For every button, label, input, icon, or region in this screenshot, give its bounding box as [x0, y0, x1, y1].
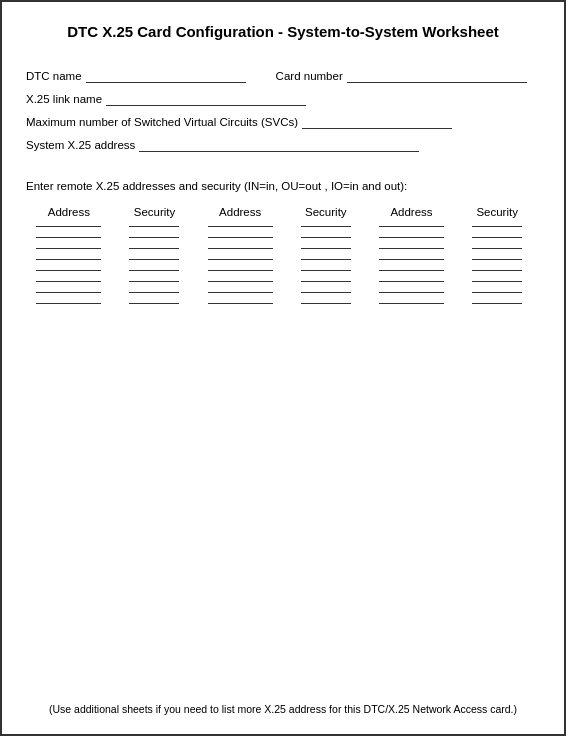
cell	[283, 301, 369, 306]
cell	[26, 301, 112, 306]
cell	[369, 279, 455, 284]
cell	[369, 290, 455, 295]
cell	[369, 257, 455, 262]
cell	[197, 279, 283, 284]
cell	[197, 257, 283, 262]
cell	[283, 290, 369, 295]
form-section: DTC name Card number X.25 link name Maxi…	[26, 70, 540, 162]
cell	[454, 268, 540, 273]
card-number-input[interactable]	[347, 70, 527, 83]
table-body	[26, 224, 540, 312]
cell	[283, 235, 369, 240]
cell	[283, 224, 369, 229]
system-x25-label: System X.25 address	[26, 139, 135, 151]
table-row	[26, 279, 540, 284]
cell	[454, 246, 540, 251]
max-svc-input[interactable]	[302, 116, 452, 129]
cell	[26, 257, 112, 262]
cell	[454, 224, 540, 229]
col-header-security-1: Security	[112, 206, 198, 224]
cell	[369, 235, 455, 240]
cell	[197, 235, 283, 240]
cell	[26, 235, 112, 240]
cell	[112, 279, 198, 284]
table-row	[26, 224, 540, 229]
cell	[26, 279, 112, 284]
x25-link-label: X.25 link name	[26, 93, 102, 105]
table-row	[26, 246, 540, 251]
cell	[283, 268, 369, 273]
cell	[369, 268, 455, 273]
cell	[283, 246, 369, 251]
x25-link-row: X.25 link name	[26, 93, 540, 106]
cell	[369, 246, 455, 251]
col-header-security-3: Security	[454, 206, 540, 224]
worksheet-page: DTC X.25 Card Configuration - System-to-…	[0, 0, 566, 736]
cell	[454, 279, 540, 284]
col-header-address-3: Address	[369, 206, 455, 224]
cell	[112, 257, 198, 262]
cell	[454, 257, 540, 262]
cell	[369, 301, 455, 306]
system-x25-input[interactable]	[139, 139, 419, 152]
cell	[197, 301, 283, 306]
cell	[454, 235, 540, 240]
address-security-table: Address Security Address Security Addres…	[26, 206, 540, 695]
cell	[197, 268, 283, 273]
col-header-security-2: Security	[283, 206, 369, 224]
cell	[112, 246, 198, 251]
dtc-name-label: DTC name	[26, 70, 82, 82]
system-x25-row: System X.25 address	[26, 139, 540, 152]
dtc-name-input[interactable]	[86, 70, 246, 83]
page-title: DTC X.25 Card Configuration - System-to-…	[26, 22, 540, 42]
col-header-address-2: Address	[197, 206, 283, 224]
cell	[26, 246, 112, 251]
instruction-text: Enter remote X.25 addresses and security…	[26, 180, 540, 192]
col-header-address-1: Address	[26, 206, 112, 224]
max-svc-row: Maximum number of Switched Virtual Circu…	[26, 116, 540, 129]
cell	[26, 290, 112, 295]
cell	[112, 301, 198, 306]
cell	[197, 290, 283, 295]
table-headers: Address Security Address Security Addres…	[26, 206, 540, 224]
cell	[283, 279, 369, 284]
table-row	[26, 290, 540, 295]
x25-link-input[interactable]	[106, 93, 306, 106]
table-row	[26, 235, 540, 240]
card-number-label: Card number	[276, 70, 343, 82]
footer-note: (Use additional sheets if you need to li…	[26, 694, 540, 718]
cell	[454, 290, 540, 295]
cell	[283, 257, 369, 262]
cell	[369, 224, 455, 229]
table-row	[26, 301, 540, 306]
table-row	[26, 257, 540, 262]
cell	[197, 246, 283, 251]
cell	[454, 301, 540, 306]
cell	[112, 268, 198, 273]
cell	[112, 235, 198, 240]
cell	[112, 224, 198, 229]
max-svc-label: Maximum number of Switched Virtual Circu…	[26, 116, 298, 128]
cell	[197, 224, 283, 229]
dtc-card-row: DTC name Card number	[26, 70, 540, 83]
cell	[26, 224, 112, 229]
table-row	[26, 268, 540, 273]
cell	[112, 290, 198, 295]
cell	[26, 268, 112, 273]
